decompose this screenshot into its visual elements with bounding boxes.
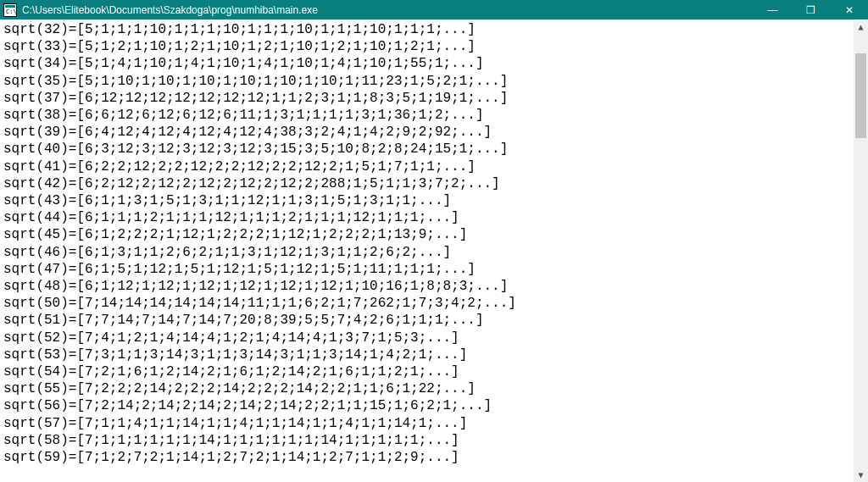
minimize-icon: — [768,4,778,16]
console-line: sqrt(58)=[7;1;1;1;1;1;1;14;1;1;1;1;1;1;1… [3,432,850,449]
maximize-button[interactable]: ❐ [792,0,830,19]
console-line: sqrt(38)=[6;6;12;6;12;6;12;6;11;1;3;1;1;… [3,107,850,124]
svg-rect-2 [5,5,15,8]
scroll-thumb[interactable] [855,53,866,138]
console-line: sqrt(52)=[7;4;1;2;1;4;14;4;1;2;1;4;14;4;… [3,330,850,346]
scroll-down-arrow[interactable]: ▼ [854,468,868,482]
console-line: sqrt(45)=[6;1;2;2;2;1;12;1;2;2;2;1;12;1;… [3,226,850,243]
console-line: sqrt(40)=[6;3;12;3;12;3;12;3;12;3;15;3;5… [3,141,850,158]
console-line: sqrt(48)=[6;1;12;1;12;1;12;1;12;1;12;1;1… [3,278,850,295]
minimize-button[interactable]: — [754,0,792,19]
console-line: sqrt(34)=[5;1;4;1;10;1;4;1;10;1;4;1;10;1… [3,55,850,72]
console-line: sqrt(37)=[6;12;12;12;12;12;12;12;1;1;2;3… [3,90,850,107]
console-line: sqrt(47)=[6;1;5;1;12;1;5;1;12;1;5;1;12;1… [3,261,850,278]
console-line: sqrt(50)=[7;14;14;14;14;14;14;11;1;1;6;2… [3,295,850,312]
console-line: sqrt(54)=[7;2;1;6;1;2;14;2;1;6;1;2;14;2;… [3,363,850,380]
console-line: sqrt(32)=[5;1;1;1;10;1;1;1;10;1;1;1;10;1… [3,21,850,38]
console-line: sqrt(44)=[6;1;1;1;2;1;1;1;12;1;1;1;2;1;1… [3,209,850,226]
console-line: sqrt(53)=[7;3;1;1;3;14;3;1;1;3;14;3;1;1;… [3,346,850,363]
chevron-up-icon: ▲ [858,22,863,31]
console-line: sqrt(42)=[6;2;12;2;12;2;12;2;12;2;12;2;2… [3,175,850,192]
close-icon: ✕ [845,4,854,16]
client-area: sqrt(32)=[5;1;1;1;10;1;1;1;10;1;1;1;10;1… [0,19,868,482]
console-window: C:\ C:\Users\Elitebook\Documents\Szakdog… [0,0,868,482]
scroll-up-arrow[interactable]: ▲ [854,19,868,34]
svg-text:C:\: C:\ [6,8,17,15]
console-icon: C:\ [3,3,17,17]
console-line: sqrt(39)=[6;4;12;4;12;4;12;4;12;4;38;3;2… [3,124,850,141]
window-title: C:\Users\Elitebook\Documents\Szakdoga\pr… [22,4,754,16]
console-line: sqrt(43)=[6;1;1;3;1;5;1;3;1;1;12;1;1;3;1… [3,192,850,209]
window-controls: — ❐ ✕ [754,0,868,19]
console-line: sqrt(59)=[7;1;2;7;2;1;14;1;2;7;2;1;14;1;… [3,449,850,466]
titlebar[interactable]: C:\ C:\Users\Elitebook\Documents\Szakdog… [0,0,868,19]
console-line: sqrt(51)=[7;7;14;7;14;7;14;7;20;8;39;5;5… [3,312,850,329]
console-line: sqrt(56)=[7;2;14;2;14;2;14;2;14;2;14;2;2… [3,397,850,414]
console-output[interactable]: sqrt(32)=[5;1;1;1;10;1;1;1;10;1;1;1;10;1… [0,19,854,482]
console-line: sqrt(57)=[7;1;1;4;1;1;14;1;1;4;1;1;14;1;… [3,415,850,432]
console-line: sqrt(46)=[6;1;3;1;1;2;6;2;1;1;3;1;12;1;3… [3,244,850,261]
console-line: sqrt(35)=[5;1;10;1;10;1;10;1;10;1;10;1;1… [3,73,850,90]
vertical-scrollbar[interactable]: ▲ ▼ [854,19,868,482]
close-button[interactable]: ✕ [830,0,868,19]
console-line: sqrt(41)=[6;2;2;12;2;2;12;2;2;12;2;2;12;… [3,158,850,175]
chevron-down-icon: ▼ [858,470,863,479]
maximize-icon: ❐ [806,4,815,16]
console-line: sqrt(33)=[5;1;2;1;10;1;2;1;10;1;2;1;10;1… [3,38,850,55]
console-line: sqrt(55)=[7;2;2;2;14;2;2;2;14;2;2;2;14;2… [3,380,850,397]
